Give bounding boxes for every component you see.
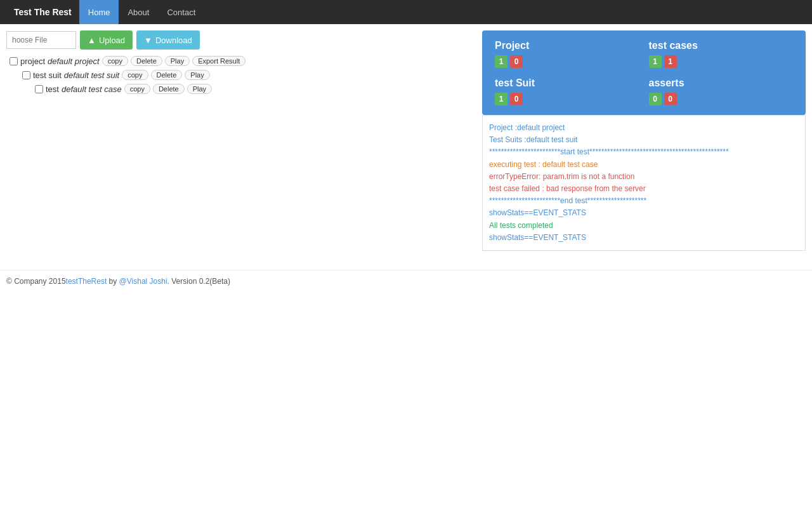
case-label: test (46, 84, 59, 94)
nav-item-home[interactable]: Home (79, 0, 119, 24)
asserts-pass-badge: 0 (649, 93, 662, 105)
case-checkbox[interactable] (35, 85, 43, 93)
stat-project-badges: 1 0 (495, 55, 639, 68)
nav-items: Home About Contact (79, 0, 204, 24)
stat-project: Project 1 0 (495, 40, 639, 68)
log-line: Project :default project (489, 122, 799, 134)
log-line: ************************start test******… (489, 146, 799, 158)
navbar: Test The Rest Home About Contact (0, 0, 812, 24)
stat-suit-badges: 1 0 (495, 93, 639, 105)
log-line: All tests completed (489, 220, 799, 232)
project-name: default project (48, 57, 100, 66)
stat-suit-label: test Suit (495, 77, 639, 89)
file-input[interactable] (6, 31, 76, 49)
log-line: errorTypeError: param.trim is not a func… (489, 171, 799, 183)
case-play-btn[interactable]: Play (187, 84, 212, 94)
tree-row-project: project default project copy Delete Play… (10, 56, 476, 66)
log-line: test case failed : bad response from the… (489, 183, 799, 195)
download-button[interactable]: ▼ Download (136, 30, 200, 50)
stats-grid: Project 1 0 test cases 1 1 test (495, 40, 793, 105)
stat-test-cases-badges: 1 1 (649, 55, 794, 68)
suite-delete-btn[interactable]: Delete (151, 70, 183, 80)
stat-project-label: Project (495, 40, 639, 51)
stat-test-cases: test cases 1 1 (649, 40, 794, 68)
project-label: project (20, 57, 45, 66)
footer: © Company 2015testTheRest by @Vishal Jos… (0, 270, 812, 292)
suite-copy-btn[interactable]: copy (122, 70, 148, 80)
log-line: showStats==EVENT_STATS (489, 207, 799, 219)
asserts-fail-badge: 0 (664, 93, 677, 105)
log-line: executing test : default test case (489, 159, 799, 171)
case-name: default test case (62, 84, 122, 94)
suit-fail-badge: 0 (510, 93, 523, 105)
tree-row-case: test default test case copy Delete Play (10, 84, 476, 94)
file-row: ▲ Upload ▼ Download (6, 30, 476, 50)
project-play-btn[interactable]: Play (165, 56, 190, 66)
main-content: ▲ Upload ▼ Download project default proj… (0, 24, 812, 257)
nav-item-about[interactable]: About (119, 0, 158, 24)
log-panel: Project :default projectTest Suits :defa… (482, 115, 806, 251)
nav-item-contact[interactable]: Contact (158, 0, 204, 24)
right-panel: Project 1 0 test cases 1 1 test (482, 30, 806, 251)
suit-pass-badge: 1 (495, 93, 508, 105)
project-delete-btn[interactable]: Delete (131, 56, 162, 66)
suite-play-btn[interactable]: Play (185, 70, 209, 80)
footer-text: © Company 2015 (6, 277, 66, 286)
log-line: Test Suits :default test suit (489, 134, 799, 146)
navbar-brand: Test The Rest (6, 0, 79, 24)
stat-asserts: asserts 0 0 (649, 77, 794, 105)
log-line: ************************end test********… (489, 195, 799, 207)
footer-link-vishal[interactable]: @Vishal Joshi (119, 277, 167, 286)
upload-button[interactable]: ▲ Upload (80, 30, 133, 50)
footer-by: by (107, 277, 119, 286)
stat-suit: test Suit 1 0 (495, 77, 639, 105)
suite-name: default test suit (64, 70, 119, 80)
left-panel: ▲ Upload ▼ Download project default proj… (6, 30, 476, 251)
project-copy-btn[interactable]: copy (102, 56, 128, 66)
footer-link-testtherest[interactable]: testTheRest (66, 277, 107, 286)
project-pass-badge: 1 (495, 55, 508, 68)
project-export-btn[interactable]: Export Result (192, 56, 246, 66)
stat-asserts-label: asserts (649, 77, 794, 89)
tree: project default project copy Delete Play… (6, 56, 476, 94)
stat-test-cases-label: test cases (649, 40, 794, 51)
stat-asserts-badges: 0 0 (649, 93, 794, 105)
test-cases-fail-badge: 1 (664, 55, 677, 68)
stats-card: Project 1 0 test cases 1 1 test (482, 30, 806, 115)
download-icon: ▼ (144, 36, 152, 45)
case-copy-btn[interactable]: copy (124, 84, 150, 94)
project-fail-badge: 0 (510, 55, 523, 68)
suite-label: test suit (33, 70, 62, 80)
upload-icon: ▲ (88, 36, 96, 45)
footer-version: . Version 0.2(Beta) (167, 277, 230, 286)
suite-checkbox[interactable] (22, 71, 30, 79)
case-delete-btn[interactable]: Delete (153, 84, 185, 94)
tree-row-suite: test suit default test suit copy Delete … (10, 70, 476, 80)
log-line: showStats==EVENT_STATS (489, 232, 799, 244)
project-checkbox[interactable] (10, 57, 18, 65)
test-cases-pass-badge: 1 (649, 55, 662, 68)
